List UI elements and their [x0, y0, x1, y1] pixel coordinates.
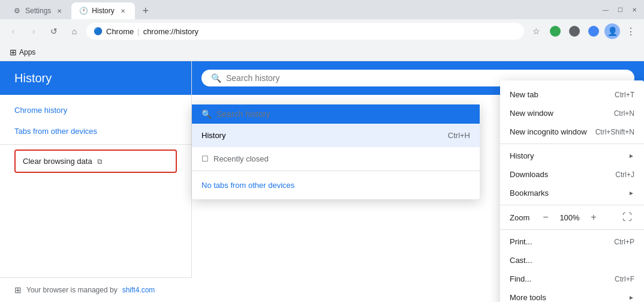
extension-green-icon[interactable] — [547, 23, 564, 40]
hist-dd-recently-closed-label: Recently closed — [213, 154, 269, 163]
menu-new-incognito[interactable]: New incognito window Ctrl+Shift+N — [500, 122, 644, 141]
main-menu-dropdown: New tab Ctrl+T New window Ctrl+N New inc… — [500, 80, 644, 302]
menu-new-window[interactable]: New window Ctrl+N — [500, 104, 644, 122]
bookmark-star-icon[interactable]: ☆ — [528, 23, 544, 40]
menu-more-tools-arrow: ► — [628, 294, 634, 301]
sidebar-item-tabs-other-devices[interactable]: Tabs from other devices — [0, 121, 191, 142]
history-tab-close[interactable]: ✕ — [118, 6, 128, 16]
menu-new-tab-shortcut: Ctrl+T — [615, 91, 634, 99]
clear-browsing-label: Clear browsing data — [23, 157, 92, 166]
menu-history[interactable]: History ► — [500, 146, 644, 165]
sidebar-item-chrome-history[interactable]: Chrome history — [0, 100, 191, 121]
hist-dd-search-bar: 🔍 — [192, 104, 480, 124]
menu-find[interactable]: Find... Ctrl+F — [500, 270, 644, 288]
menu-history-label: History — [510, 151, 534, 160]
home-button[interactable]: ⌂ — [66, 23, 83, 40]
hist-dd-history-item[interactable]: History Ctrl+H — [192, 124, 480, 147]
menu-new-incognito-shortcut: Ctrl+Shift+N — [595, 128, 634, 136]
menu-zoom-minus[interactable]: − — [538, 210, 553, 225]
sidebar-bottom: ⊞ Your browser is managed by shift4.com — [0, 277, 192, 302]
addressbar: ‹ › ↺ ⌂ 🔵 Chrome | chrome://history ☆ 👤 … — [0, 19, 644, 43]
menu-print-shortcut: Ctrl+P — [614, 238, 634, 246]
tab-settings[interactable]: ⚙ Settings ✕ — [5, 2, 71, 19]
main-content: History Chrome history Tabs from other d… — [0, 61, 644, 302]
external-link-icon: ⧉ — [97, 157, 103, 166]
menu-bookmarks[interactable]: Bookmarks ► — [500, 184, 644, 202]
back-button[interactable]: ‹ — [5, 23, 22, 40]
menu-find-shortcut: Ctrl+F — [615, 275, 634, 283]
url-divider: | — [137, 27, 139, 36]
hist-dd-search-input[interactable] — [216, 109, 470, 119]
menu-history-arrow: ► — [628, 153, 634, 159]
url-domain: Chrome — [106, 27, 134, 36]
extension-blue-icon[interactable] — [585, 23, 602, 40]
menu-more-tools[interactable]: More tools ► — [500, 288, 644, 302]
history-tab-label: History — [92, 7, 114, 15]
minimize-button[interactable]: — — [601, 5, 610, 14]
sidebar-header: History — [0, 61, 191, 95]
menu-print[interactable]: Print... Ctrl+P — [500, 232, 644, 251]
apps-grid-icon: ⊞ — [10, 47, 17, 57]
window-controls: — ☐ ✕ — [601, 5, 639, 14]
menu-downloads[interactable]: Downloads Ctrl+J — [500, 165, 644, 184]
settings-tab-close[interactable]: ✕ — [55, 6, 64, 16]
url-icon: 🔵 — [94, 27, 103, 35]
forward-button[interactable]: › — [25, 23, 42, 40]
ext-green-dot — [550, 26, 561, 37]
profile-avatar[interactable]: 👤 — [604, 23, 620, 39]
new-tab-button[interactable]: + — [137, 2, 154, 19]
menu-new-window-label: New window — [510, 109, 553, 118]
refresh-button[interactable]: ↺ — [46, 23, 62, 40]
settings-tab-label: Settings — [25, 7, 51, 15]
titlebar: ⚙ Settings ✕ 🕐 History ✕ + — ☐ ✕ — [0, 0, 644, 19]
sidebar-nav: Chrome history Tabs from other devices C… — [0, 95, 191, 183]
menu-divider-3 — [500, 229, 644, 230]
menu-bookmarks-arrow: ► — [628, 190, 634, 196]
settings-tab-icon: ⚙ — [12, 6, 22, 16]
menu-new-window-shortcut: Ctrl+N — [614, 109, 634, 118]
hist-dd-history-shortcut: Ctrl+H — [448, 131, 470, 140]
menu-find-label: Find... — [510, 274, 531, 283]
apps-label: Apps — [19, 48, 35, 56]
url-bar[interactable]: 🔵 Chrome | chrome://history — [86, 23, 524, 40]
managed-link[interactable]: shift4.com — [122, 286, 155, 294]
hist-dd-recently-closed[interactable]: ☐ Recently closed — [192, 147, 480, 171]
menu-bookmarks-label: Bookmarks — [510, 189, 549, 198]
main-menu-button[interactable]: ⋮ — [622, 23, 639, 40]
clear-browsing-data-button[interactable]: Clear browsing data ⧉ — [14, 149, 177, 173]
managed-text: Your browser is managed by — [26, 286, 118, 294]
menu-zoom-plus[interactable]: + — [586, 210, 601, 225]
managed-icon: ⊞ — [14, 285, 22, 295]
extension-grey-icon[interactable] — [566, 23, 583, 40]
menu-new-tab[interactable]: New tab Ctrl+T — [500, 85, 644, 104]
menu-downloads-label: Downloads — [510, 170, 548, 179]
recently-closed-icon: ☐ — [201, 154, 209, 163]
apps-bookmark-item[interactable]: ⊞ Apps — [5, 46, 40, 58]
menu-cast[interactable]: Cast... — [500, 251, 644, 270]
menu-divider-1 — [500, 143, 644, 144]
tab-history[interactable]: 🕐 History ✕ — [71, 2, 134, 19]
menu-new-incognito-label: New incognito window — [510, 127, 587, 136]
close-button[interactable]: ✕ — [630, 5, 639, 14]
menu-divider-2 — [500, 205, 644, 205]
menu-zoom-value: 100% — [558, 213, 582, 222]
menu-zoom-expand[interactable]: ⛶ — [620, 210, 634, 225]
sidebar-divider — [0, 144, 191, 145]
hist-dd-search-icon: 🔍 — [201, 109, 212, 119]
menu-zoom-label: Zoom — [510, 213, 534, 222]
history-submenu-dropdown: 🔍 History Ctrl+H ☐ Recently closed No ta… — [192, 104, 480, 199]
url-path: chrome://history — [143, 27, 198, 36]
history-tab-icon: 🕐 — [79, 6, 88, 16]
maximize-button[interactable]: ☐ — [615, 5, 625, 14]
menu-print-label: Print... — [510, 237, 532, 246]
sidebar: History Chrome history Tabs from other d… — [0, 61, 192, 302]
menu-downloads-shortcut: Ctrl+J — [615, 171, 634, 179]
menu-cast-label: Cast... — [510, 256, 532, 265]
menu-zoom-row: Zoom − 100% + ⛶ — [500, 208, 644, 227]
search-icon: 🔍 — [211, 73, 221, 83]
menu-new-tab-label: New tab — [510, 90, 538, 99]
menu-more-tools-label: More tools — [510, 293, 546, 302]
tabs-area: ⚙ Settings ✕ 🕐 History ✕ + — [5, 0, 154, 19]
hist-dd-no-tabs: No tabs from other devices — [192, 171, 480, 199]
toolbar-icons: ☆ 👤 ⋮ — [528, 23, 639, 40]
